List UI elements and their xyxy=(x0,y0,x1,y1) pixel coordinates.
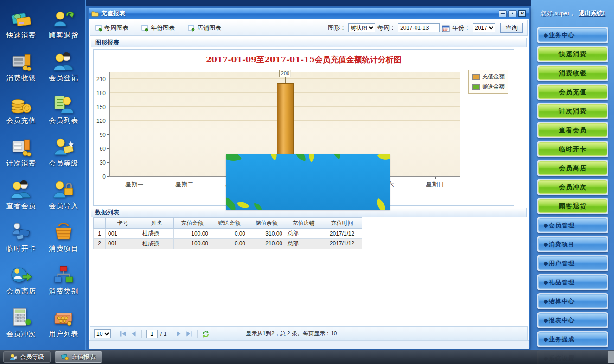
page-number-input[interactable] xyxy=(146,330,158,338)
first-page-button[interactable] xyxy=(120,331,127,337)
sidebar-item-cashier[interactable]: 消费收银 xyxy=(0,48,43,91)
table-cell: 总部 xyxy=(285,239,322,249)
table-cell: 杜成强 xyxy=(140,239,174,249)
toolbar-button-1[interactable]: 每周图表 xyxy=(95,24,128,32)
sidebar-item-member-import[interactable]: 会员导入 xyxy=(43,176,85,219)
taskbar-tab-label: 充值报表 xyxy=(71,353,96,361)
sidebar-item-member-recharge[interactable]: 会员充值 xyxy=(0,91,43,134)
legend-label: 赠送金额 xyxy=(482,83,505,91)
sidebar-item-label: 计次消费 xyxy=(6,159,36,168)
column-header[interactable]: 姓名 xyxy=(140,218,174,229)
left-sidebar: 快速消费顾客退货消费收银会员登记会员充值会员列表计次消费会员等级查看会员会员导入… xyxy=(0,0,86,350)
column-header[interactable]: 卡号 xyxy=(106,218,140,229)
nav-button-member-leave[interactable]: 会员离店 xyxy=(537,160,608,176)
sidebar-item-consume-category[interactable]: 消费类别 xyxy=(43,262,85,304)
logout-link[interactable]: 退出系统! xyxy=(579,10,605,17)
legend-swatch-icon xyxy=(472,84,480,90)
sidebar-item-member-list[interactable]: 会员列表 xyxy=(43,91,85,134)
sidebar-item-label: 用户列表 xyxy=(49,330,78,338)
nav-button-customer-return[interactable]: 顾客退货 xyxy=(537,198,608,214)
nav-button-user-mgmt[interactable]: ◆用户管理 xyxy=(537,255,608,271)
calendar-icon[interactable] xyxy=(442,24,450,32)
sidebar-item-label: 会员列表 xyxy=(49,116,78,125)
nav-button-gift-mgmt[interactable]: ◆礼品管理 xyxy=(537,274,608,290)
nav-button-member-recharge[interactable]: 会员充值 xyxy=(537,84,608,100)
nav-button-view-members[interactable]: 查看会员 xyxy=(537,122,608,138)
nav-button-biz-commission[interactable]: ◆业务提成 xyxy=(537,331,608,347)
toolbar-button-2[interactable]: 年份图表 xyxy=(141,24,175,32)
sidebar-item-label: 临时开卡 xyxy=(6,244,36,253)
graph-type-select[interactable]: 树状图 xyxy=(348,23,375,32)
nav-button-cashier[interactable]: 消费收银 xyxy=(537,65,608,81)
column-header[interactable]: 赠送金额 xyxy=(211,218,248,229)
category-tree-icon xyxy=(53,264,74,286)
sidebar-item-temp-card[interactable]: 临时开卡 xyxy=(0,219,43,262)
nav-button-face: ◆业务中心 xyxy=(538,28,607,42)
prev-page-button[interactable] xyxy=(130,331,137,337)
taskbar: 会员等级充值报表 xyxy=(0,350,614,364)
y-tickmark xyxy=(107,79,109,79)
nav-button-times-consume[interactable]: 计次消费 xyxy=(537,103,608,119)
next-page-button[interactable] xyxy=(175,331,183,337)
sidebar-item-member-register[interactable]: 会员登记 xyxy=(43,48,85,91)
nav-button-label: 会员离店 xyxy=(559,164,587,172)
nav-button-settle-center[interactable]: ◆结算中心 xyxy=(537,293,608,309)
window-titlebar[interactable]: 充值报表 ▬ ▲ ✕ xyxy=(89,8,529,19)
leaf-decoration xyxy=(306,154,318,162)
times-consume-icon xyxy=(11,136,32,158)
table-row[interactable]: 1001杜成强100.000.00310.00总部2017/1/12 xyxy=(94,229,362,239)
person-card-icon xyxy=(10,353,17,361)
toolbar-buttons: 每周图表年份图表店铺图表 xyxy=(95,24,234,32)
taskbar-tab-recharge-report-tab[interactable]: 充值报表 xyxy=(55,351,102,363)
page-size-select[interactable]: 10 xyxy=(94,329,111,338)
nav-button-face: 会员冲次 xyxy=(538,180,607,194)
week-label: 每周： xyxy=(377,24,396,32)
nav-button-temp-card[interactable]: 临时开卡 xyxy=(537,141,608,157)
minimize-button[interactable]: ▬ xyxy=(499,10,507,17)
refresh-icon[interactable] xyxy=(202,330,210,338)
nav-button-label: ◆会员管理 xyxy=(544,221,575,230)
close-button[interactable]: ✕ xyxy=(518,10,526,17)
separator xyxy=(115,330,115,338)
column-header[interactable]: 充值店铺 xyxy=(285,218,322,229)
week-input[interactable] xyxy=(398,23,440,32)
column-header[interactable]: 储值余额 xyxy=(248,218,285,229)
nav-button-member-times[interactable]: 会员冲次 xyxy=(537,179,608,195)
last-page-button[interactable] xyxy=(185,331,193,337)
sidebar-item-user-list[interactable]: 用户列表 xyxy=(43,304,85,347)
y-tick-label: 150 xyxy=(94,104,106,110)
nav-button-consume-items[interactable]: ◆消费项目 xyxy=(537,236,608,252)
legend-item: 充值金额 xyxy=(472,73,505,81)
nav-button-face: ◆礼品管理 xyxy=(538,275,607,289)
toolbar-button-3[interactable]: 店铺图表 xyxy=(188,24,221,32)
sidebar-item-member-leave[interactable]: 会员离店 xyxy=(0,262,43,304)
sidebar-item-member-times[interactable]: 会员冲次 xyxy=(0,304,43,347)
sidebar-item-member-grade[interactable]: 会员等级 xyxy=(43,134,85,176)
column-header[interactable]: 充值金额 xyxy=(174,218,211,229)
sidebar-item-times-consume[interactable]: 计次消费 xyxy=(0,134,43,176)
crate-icon xyxy=(53,307,74,328)
maximize-button[interactable]: ▲ xyxy=(508,10,517,17)
table-row[interactable]: 2001杜成强100.000.00210.00总部2017/1/12 xyxy=(94,239,362,249)
sidebar-item-quick-consume[interactable]: 快速消费 xyxy=(0,6,43,48)
year-select[interactable]: 2017 xyxy=(473,23,495,32)
column-header[interactable]: 充值时间 xyxy=(322,218,362,229)
nav-button-member-mgmt[interactable]: ◆会员管理 xyxy=(537,217,608,233)
query-button[interactable]: 查询 xyxy=(500,23,523,33)
x-tickmark xyxy=(435,177,436,179)
column-header[interactable] xyxy=(94,218,106,229)
sidebar-item-label: 会员等级 xyxy=(49,159,78,168)
nav-button-face: 消费收银 xyxy=(538,66,607,80)
sidebar-item-consume-items[interactable]: 消费项目 xyxy=(43,219,85,262)
nav-button-report-center[interactable]: ◆报表中心 xyxy=(537,312,608,328)
nav-button-biz-center[interactable]: ◆业务中心 xyxy=(537,27,608,43)
resize-grip[interactable] xyxy=(608,351,614,363)
greeting-text: 您好,super 。 xyxy=(541,10,577,17)
bar-label-connector xyxy=(285,77,286,83)
sidebar-item-view-members[interactable]: 查看会员 xyxy=(0,176,43,219)
sidebar-item-customer-return[interactable]: 顾客退货 xyxy=(43,6,85,48)
sidebar-item-label: 会员导入 xyxy=(49,202,78,211)
nav-button-quick-consume[interactable]: 快速消费 xyxy=(537,46,608,62)
y-tickmark xyxy=(107,134,109,135)
taskbar-tab-member-grade-tab[interactable]: 会员等级 xyxy=(3,351,51,363)
